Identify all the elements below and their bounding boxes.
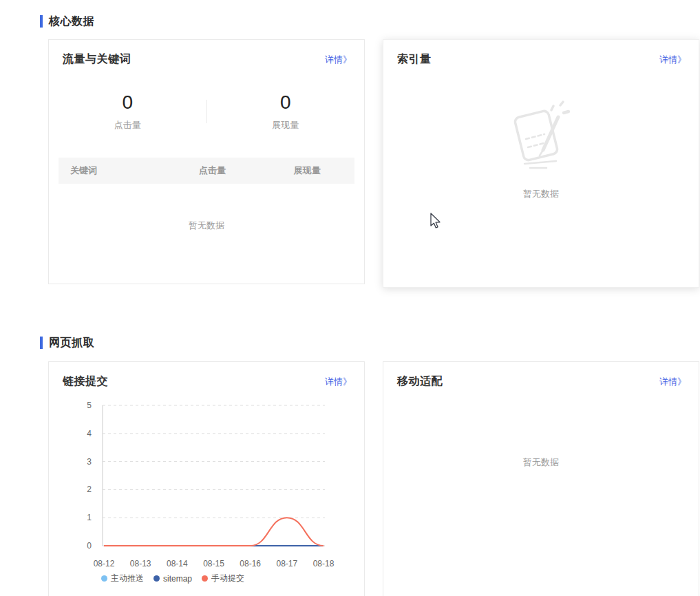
- chart-legend: 主动推送sitemap手动提交: [101, 573, 244, 584]
- series-line-手动提交: [104, 518, 324, 546]
- y-tick-label: 0: [87, 541, 92, 551]
- traffic-empty-text: 暂无数据: [49, 220, 364, 232]
- x-tick-label: 08-15: [203, 559, 224, 568]
- card-index-volume: 索引量 详情》 暂无数据: [383, 39, 699, 288]
- traffic-detail-link[interactable]: 详情》: [325, 54, 352, 66]
- x-tick-label: 08-18: [313, 559, 335, 568]
- y-tick-label: 3: [87, 457, 92, 467]
- x-tick-label: 08-14: [167, 559, 188, 568]
- link-submit-line-chart: 01234508-1208-1308-1408-1508-1608-1708-1…: [49, 362, 365, 572]
- mouse-cursor: [429, 213, 441, 229]
- empty-data-document-pencil-icon: [505, 97, 577, 170]
- col-clicks: 点击量: [165, 164, 260, 177]
- card-mobile-adapt: 移动适配 详情》 暂无数据: [383, 361, 699, 596]
- clicks-value: 0: [49, 92, 206, 114]
- legend-dot-icon: [153, 575, 160, 582]
- x-tick-label: 08-17: [276, 559, 297, 568]
- x-tick-label: 08-13: [130, 559, 151, 568]
- index-detail-link[interactable]: 详情》: [659, 54, 686, 66]
- card-title: 索引量: [397, 52, 432, 67]
- impressions-value: 0: [207, 92, 365, 114]
- legend-item-主动推送[interactable]: 主动推送: [101, 573, 144, 584]
- col-keyword: 关键词: [59, 164, 165, 177]
- legend-dot-icon: [101, 575, 107, 582]
- traffic-stats: 0 点击量 0 展现量: [49, 92, 364, 131]
- legend-label: sitemap: [163, 574, 192, 584]
- y-tick-label: 5: [87, 401, 92, 410]
- stat-impressions: 0 展现量: [207, 92, 365, 131]
- y-tick-label: 1: [87, 513, 92, 522]
- keyword-table-header: 关键词 点击量 展现量: [59, 158, 354, 184]
- impressions-label: 展现量: [207, 119, 365, 131]
- y-tick-label: 2: [87, 485, 92, 494]
- mobile-empty-text: 暂无数据: [383, 456, 699, 469]
- card-link-submit: 链接提交 详情》 01234508-1208-1308-1408-1508-16…: [48, 361, 365, 596]
- section-title: 网页抓取: [49, 336, 94, 350]
- legend-label: 主动推送: [111, 573, 144, 584]
- legend-item-sitemap[interactable]: sitemap: [153, 574, 192, 584]
- section-header-core: 核心数据: [40, 14, 94, 29]
- legend-item-手动提交[interactable]: 手动提交: [202, 573, 244, 584]
- y-tick-label: 4: [87, 429, 92, 438]
- card-traffic-keywords: 流量与关键词 详情》 0 点击量 0 展现量 关键词 点击量 展现量 暂无数据: [48, 39, 365, 284]
- x-tick-label: 08-16: [240, 559, 261, 568]
- section-header-crawl: 网页抓取: [40, 335, 94, 350]
- clicks-label: 点击量: [49, 119, 206, 131]
- stat-clicks: 0 点击量: [49, 92, 206, 131]
- x-tick-label: 08-12: [94, 559, 115, 568]
- index-empty-text: 暂无数据: [383, 188, 699, 200]
- card-title: 移动适配: [397, 374, 443, 389]
- section-accent-bar: [40, 337, 43, 349]
- mobile-detail-link[interactable]: 详情》: [659, 376, 686, 388]
- card-title: 流量与关键词: [63, 52, 131, 67]
- legend-dot-icon: [202, 575, 208, 582]
- col-impressions: 展现量: [259, 164, 354, 177]
- section-title: 核心数据: [49, 14, 94, 29]
- section-accent-bar: [40, 15, 43, 28]
- legend-label: 手动提交: [211, 573, 244, 584]
